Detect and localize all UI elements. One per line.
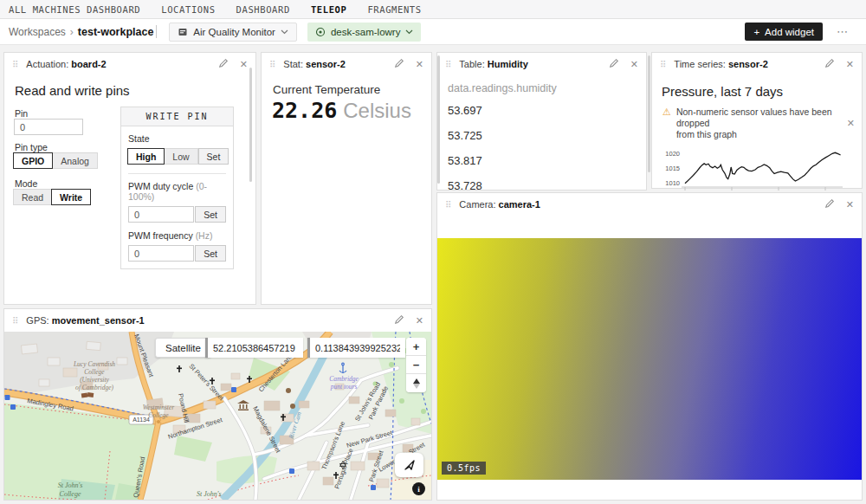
mode-write-button[interactable]: Write	[51, 189, 91, 205]
compass-south-icon	[413, 384, 420, 389]
add-widget-button[interactable]: + Add widget	[745, 23, 823, 41]
machine-selector[interactable]: desk-sam-lowry	[307, 23, 422, 42]
edit-icon[interactable]	[394, 58, 404, 70]
widget-stat-header: ⠿ Stat: sensor-2 ✕	[262, 53, 431, 75]
map-label: of Cambridge)	[75, 384, 113, 391]
widget-gps: ⠿ GPS: movement_sensor-1 ✕	[3, 308, 432, 501]
plus-icon: +	[753, 27, 759, 37]
location-selector-label: Air Quality Monitor	[193, 27, 275, 37]
map-label: College	[60, 490, 81, 498]
nav-teleop[interactable]: TELEOP	[311, 4, 347, 15]
widget-actuation: ⠿ Actuation: board-2 ✕ Read and write pi…	[3, 52, 256, 305]
close-icon[interactable]: ✕	[630, 60, 638, 69]
drag-handle-icon[interactable]: ⠿	[12, 316, 18, 326]
edit-icon[interactable]	[824, 198, 835, 210]
pin-type-segmented: GPIO Analog	[14, 152, 98, 169]
zoom-in-button[interactable]: +	[406, 338, 426, 356]
pwm-duty-input[interactable]	[128, 206, 194, 223]
nav-fragments[interactable]: FRAGMENTS	[367, 4, 421, 15]
pwm-duty-label: PWM duty cycle (0-100%)	[128, 181, 226, 202]
camera-stream	[437, 238, 862, 480]
timeseries-scrollbar[interactable]	[648, 55, 650, 172]
breadcrumb-current-workspace[interactable]: test-workplace	[78, 26, 154, 38]
toolbar: Workspaces › test-workplace Air Quality …	[0, 19, 866, 45]
table-row: 53.728	[448, 179, 482, 192]
location-selector[interactable]: Air Quality Monitor	[169, 23, 297, 42]
breadcrumb-workspaces[interactable]: Workspaces	[9, 26, 66, 38]
pin-input[interactable]	[14, 119, 83, 135]
table-row: 53.817	[448, 154, 482, 167]
widget-table-header: ⠿ Table: Humidity ✕	[437, 53, 646, 75]
widget-actuation-header: ⠿ Actuation: board-2 ✕	[4, 53, 255, 75]
map-label: Lucy Cavendish	[73, 360, 115, 368]
close-icon[interactable]: ✕	[240, 60, 248, 69]
actuation-scrollbar[interactable]	[249, 68, 252, 182]
stat-value: 22.26	[272, 98, 337, 123]
state-set-button[interactable]: Set	[198, 148, 229, 165]
pwm-duty-set-button[interactable]: Set	[195, 206, 226, 223]
pwm-freq-set-button[interactable]: Set	[195, 245, 226, 262]
widget-timeseries-header: ⠿ Time series: sensor-2 ✕	[652, 53, 862, 75]
top-nav: ALL MACHINES DASHBOARD LOCATIONS DASHBOA…	[0, 0, 866, 19]
map-label: College	[148, 411, 169, 419]
nav-all-machines-dashboard[interactable]: ALL MACHINES DASHBOARD	[9, 4, 140, 15]
drag-handle-icon[interactable]: ⠿	[445, 60, 451, 69]
satellite-toggle-button[interactable]: Satellite	[155, 338, 211, 358]
pin-label: Pin	[15, 108, 28, 119]
zoom-out-button[interactable]: −	[406, 356, 426, 374]
info-icon[interactable]: i	[412, 482, 425, 495]
table-body: data.readings.humidity 53.697 53.725 53.…	[437, 75, 646, 190]
map-label: Westminster	[143, 404, 174, 411]
compass-button[interactable]	[406, 374, 426, 392]
close-icon[interactable]: ✕	[416, 316, 423, 326]
chevron-down-icon	[405, 29, 413, 35]
nav-dashboard[interactable]: DASHBOARD	[236, 4, 290, 15]
edit-icon[interactable]	[218, 58, 229, 70]
locate-button[interactable]	[395, 453, 423, 477]
drag-handle-icon[interactable]: ⠿	[445, 200, 451, 210]
edit-icon[interactable]	[609, 58, 619, 70]
pwm-freq-input[interactable]	[128, 245, 194, 262]
y-tick: 1020	[665, 150, 680, 158]
warning-dismiss-icon[interactable]: ✕	[847, 107, 855, 140]
drag-handle-icon[interactable]: ⠿	[269, 60, 275, 69]
widget-title: Time series: sensor-2	[674, 59, 767, 69]
edit-icon[interactable]	[394, 314, 404, 326]
drag-handle-icon[interactable]: ⠿	[12, 60, 18, 69]
mode-segmented: Read Write	[14, 189, 91, 205]
pin-type-gpio-button[interactable]: GPIO	[13, 152, 53, 169]
table-scrollbar[interactable]	[437, 55, 440, 184]
widget-gps-header: ⠿ GPS: movement_sensor-1 ✕	[4, 309, 431, 332]
more-options-icon[interactable]: ⋯	[837, 25, 849, 38]
map-label: A1134	[132, 417, 150, 423]
map-zoom-controls: + −	[406, 338, 426, 392]
close-icon[interactable]: ✕	[846, 60, 854, 69]
fps-badge: 0.5fps	[442, 462, 486, 475]
divider	[128, 173, 226, 174]
pin-type-analog-button[interactable]: Analog	[52, 152, 98, 169]
widget-grid: ⠿ Actuation: board-2 ✕ Read and write pi…	[0, 45, 866, 504]
state-high-button[interactable]: High	[127, 148, 165, 165]
edit-icon[interactable]	[824, 58, 835, 70]
mode-read-button[interactable]: Read	[13, 189, 52, 205]
close-icon[interactable]: ✕	[846, 200, 854, 210]
latitude-input[interactable]	[205, 338, 303, 358]
widget-title: GPS: movement_sensor-1	[26, 315, 144, 326]
write-pin-header: WRITE PIN	[121, 107, 233, 126]
longitude-input[interactable]	[307, 338, 405, 358]
state-label: State	[128, 133, 226, 144]
nav-locations[interactable]: LOCATIONS	[161, 4, 215, 15]
state-segmented: High Low	[128, 148, 198, 165]
stat-unit: Celsius	[343, 99, 411, 123]
actuation-heading: Read and write pins	[15, 83, 130, 98]
timeseries-heading: Pressure, last 7 days	[662, 84, 783, 99]
warning-text: Non-numeric sensor values have been drop…	[676, 107, 842, 140]
breadcrumb-caret	[156, 25, 157, 38]
y-tick: 1015	[665, 165, 680, 172]
breadcrumb-separator: ›	[70, 26, 74, 38]
close-icon[interactable]: ✕	[416, 60, 423, 69]
widget-title: Stat: sensor-2	[283, 59, 346, 69]
drag-handle-icon[interactable]: ⠿	[660, 60, 666, 69]
state-low-button[interactable]: Low	[164, 148, 197, 165]
map-label: punt tours	[330, 383, 358, 391]
